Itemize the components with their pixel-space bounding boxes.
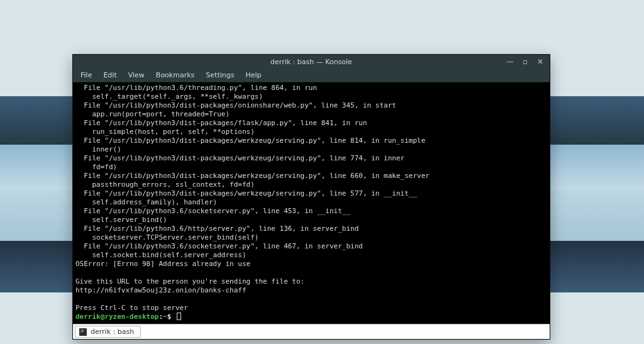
term-line: File "/usr/lib/python3.6/http/server.py"…: [75, 225, 358, 233]
term-line: self._target(*self._args, **self._kwargs…: [75, 92, 263, 101]
term-line: File "/usr/lib/python3/dist-packages/wer…: [75, 136, 425, 145]
close-icon[interactable]: ✕: [536, 57, 545, 66]
window-controls: — ▫ ✕: [506, 57, 550, 66]
menu-file[interactable]: File: [75, 70, 97, 80]
prompt-path: ~: [163, 313, 167, 321]
term-line: passthrough_errors, ssl_context, fd=fd): [75, 180, 255, 189]
term-line: Press Ctrl-C to stop server: [75, 304, 188, 312]
term-line: File "/usr/lib/python3.6/threading.py", …: [75, 84, 317, 92]
term-line: OSError: [Errno 98] Address already in u…: [75, 260, 250, 268]
term-line: File "/usr/lib/python3/dist-packages/wer…: [75, 189, 417, 197]
menu-settings[interactable]: Settings: [201, 70, 239, 80]
term-line: File "/usr/lib/python3.6/socketserver.py…: [75, 242, 363, 250]
menu-edit[interactable]: Edit: [98, 70, 121, 80]
term-line: http://n6ifvxfaw5ouj23z.onion/banks-chaf…: [75, 286, 247, 294]
term-line: File "/usr/lib/python3/dist-packages/wer…: [75, 154, 404, 162]
term-line: run_simple(host, port, self, **options): [75, 128, 255, 136]
menu-help[interactable]: Help: [240, 70, 266, 80]
maximize-icon[interactable]: ▫: [521, 57, 530, 66]
term-line: self.socket.bind(self.server_address): [75, 251, 247, 259]
term-line: app.run(port=port, threaded=True): [75, 110, 230, 118]
tab-label: derrik : bash: [91, 328, 134, 336]
term-line: File "/usr/lib/python3/dist-packages/fla…: [75, 119, 367, 127]
window-titlebar[interactable]: derrik : bash — Konsole — ▫ ✕: [73, 55, 550, 69]
prompt-line[interactable]: derrik@ryzen-desktop:~$: [75, 313, 181, 321]
cursor-icon: [177, 313, 181, 320]
term-line: fd=fd): [75, 163, 117, 171]
menu-view[interactable]: View: [123, 70, 150, 80]
term-line: File "/usr/lib/python3.6/socketserver.py…: [75, 207, 350, 215]
menu-bookmarks[interactable]: Bookmarks: [151, 70, 199, 80]
window-title: derrik : bash — Konsole: [73, 58, 550, 66]
term-line: File "/usr/lib/python3/dist-packages/wer…: [75, 172, 430, 180]
tab-bar: derrik : bash: [73, 324, 550, 339]
term-line: socketserver.TCPServer.server_bind(self): [75, 233, 258, 241]
term-line: inner(): [75, 145, 121, 153]
tab-terminal-1[interactable]: derrik : bash: [75, 326, 141, 338]
terminal-output[interactable]: File "/usr/lib/python3.6/threading.py", …: [73, 82, 550, 324]
minimize-icon[interactable]: —: [506, 57, 514, 66]
terminal-icon: [79, 328, 87, 336]
prompt-userhost: derrik@ryzen-desktop: [75, 313, 158, 321]
term-line: self.server_bind(): [75, 216, 167, 224]
konsole-window: derrik : bash — Konsole — ▫ ✕ File Edit …: [72, 54, 550, 340]
prompt-sigil: $: [167, 313, 172, 321]
term-line: Give this URL to the person you're sendi…: [75, 277, 304, 286]
term-line: self.address_family), handler): [75, 198, 217, 206]
menubar: File Edit View Bookmarks Settings Help: [73, 69, 550, 82]
term-line: File "/usr/lib/python3/dist-packages/oni…: [75, 101, 396, 109]
